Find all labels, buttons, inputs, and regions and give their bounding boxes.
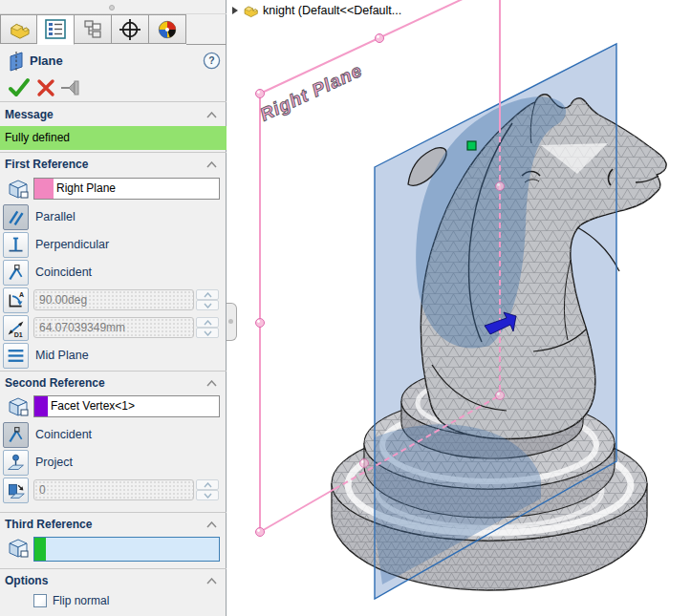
- distance-spinner: [196, 317, 219, 338]
- second-reference-section-header[interactable]: Second Reference: [0, 373, 227, 394]
- collapse-chevron-icon: [206, 161, 217, 168]
- svg-text:A: A: [19, 291, 24, 298]
- separator: [0, 512, 227, 513]
- feature-tree-flyout-item[interactable]: knight (Default<<Default...: [232, 2, 401, 19]
- angle-spin-down-button[interactable]: [196, 300, 219, 310]
- mid-plane-icon: [6, 346, 26, 366]
- cancel-button[interactable]: [36, 78, 55, 97]
- tab-dimxpertmanager[interactable]: [112, 14, 149, 44]
- tab-featuremanager[interactable]: [0, 14, 37, 44]
- first-reference-selection-row: Right Plane: [0, 178, 227, 201]
- offset-icon-button[interactable]: [3, 478, 29, 503]
- coincident-label: Coincident: [35, 266, 92, 279]
- first-reference-section-header[interactable]: First Reference: [0, 155, 227, 176]
- parallel-icon: [6, 207, 26, 227]
- second-reference-selection-box[interactable]: Facet Vertex<1>: [33, 395, 220, 417]
- collapse-chevron-icon: [206, 112, 217, 118]
- svg-text:D1: D1: [14, 331, 23, 338]
- first-reference-selection-box[interactable]: Right Plane: [33, 178, 220, 200]
- first-reference-header-label: First Reference: [5, 158, 88, 171]
- offset-spin-up-button[interactable]: [196, 479, 219, 490]
- collapse-chevron-icon: [206, 578, 217, 584]
- third-reference-section-header[interactable]: Third Reference: [0, 515, 227, 536]
- flip-normal-checkbox[interactable]: [33, 594, 47, 607]
- options-section-header[interactable]: Options: [0, 571, 227, 592]
- coincident-button[interactable]: [3, 260, 29, 286]
- coincident2-button[interactable]: [3, 422, 29, 448]
- perpendicular-label: Perpendicular: [35, 238, 109, 251]
- tab-propertymanager[interactable]: [37, 14, 75, 45]
- message-section-header[interactable]: Message: [0, 105, 227, 126]
- third-reference-header-label: Third Reference: [5, 518, 92, 531]
- separator: [0, 371, 227, 372]
- chevron-down-icon: [204, 330, 212, 336]
- separator: [0, 568, 227, 569]
- reference-face-icon: [6, 178, 32, 201]
- part-icon: [8, 19, 31, 40]
- project-icon: [6, 453, 26, 473]
- coincident-icon: [6, 425, 26, 445]
- dimxpert-target-icon: [119, 19, 141, 40]
- expand-arrow-icon[interactable]: [232, 7, 238, 14]
- angle-input[interactable]: [33, 289, 194, 310]
- third-reference-selection-row: [0, 537, 227, 562]
- project-option-row: Project: [0, 450, 227, 476]
- parallel-button[interactable]: [3, 204, 29, 230]
- panel-grip-handle[interactable]: [109, 5, 115, 11]
- reference-face-icon: [6, 395, 32, 418]
- offset-input[interactable]: [33, 479, 194, 500]
- third-reference-selection-box[interactable]: [33, 537, 220, 562]
- offset-spin-down-button[interactable]: [196, 490, 219, 500]
- property-manager-panel: Plane ? Message: [0, 0, 227, 616]
- angle-row: A: [0, 287, 227, 313]
- panel-splitter-handle[interactable]: [227, 303, 237, 341]
- coincident-icon: [6, 263, 26, 283]
- pin-button[interactable]: [60, 80, 83, 96]
- plane-handle[interactable]: [496, 182, 505, 191]
- angle-spin-up-button[interactable]: [196, 289, 219, 300]
- plane-handle[interactable]: [256, 90, 265, 98]
- distance-value-icon-button[interactable]: D1: [3, 315, 29, 341]
- graphics-area[interactable]: Right Plane: [227, 0, 691, 616]
- second-reference-selection-row: Facet Vertex<1>: [0, 395, 227, 418]
- plane-handle[interactable]: [360, 459, 369, 468]
- facet-vertex-marker[interactable]: [467, 141, 476, 150]
- selection-color-swatch: [34, 538, 46, 561]
- reference-face-icon: [6, 537, 32, 560]
- perpendicular-button[interactable]: [3, 232, 29, 258]
- plane-handle[interactable]: [256, 528, 265, 537]
- mid-plane-label: Mid Plane: [35, 349, 89, 362]
- distance-input[interactable]: [33, 317, 194, 338]
- distance-spin-up-button[interactable]: [196, 317, 219, 328]
- project-label: Project: [35, 456, 73, 469]
- right-plane-bottom-edge-visible[interactable]: [260, 489, 335, 532]
- tab-configurationmanager[interactable]: [75, 14, 112, 44]
- plane-feature-icon: [8, 52, 25, 72]
- mid-plane-button[interactable]: [3, 343, 29, 369]
- chevron-down-icon: [204, 303, 212, 308]
- collapse-chevron-icon: [206, 521, 217, 528]
- property-manager-icon: [44, 19, 67, 40]
- pm-title: Plane: [30, 53, 63, 68]
- graphics-viewport[interactable]: Right Plane knight (Default<<Default...: [227, 0, 691, 616]
- second-reference-selection-text: Facet Vertex<1>: [48, 396, 135, 416]
- ok-button[interactable]: [8, 77, 31, 98]
- second-reference-header-label: Second Reference: [5, 376, 105, 390]
- parallel-label: Parallel: [35, 210, 76, 223]
- display-sphere-icon: [156, 19, 179, 40]
- separator: [0, 152, 227, 153]
- selection-color-swatch: [34, 179, 54, 199]
- offset-plane-icon: [6, 480, 26, 500]
- plane-handle[interactable]: [496, 392, 505, 400]
- angle-value-icon-button[interactable]: A: [3, 287, 29, 313]
- distance-spin-down-button[interactable]: [196, 328, 219, 338]
- plane-handle[interactable]: [376, 34, 384, 43]
- project-button[interactable]: [3, 450, 29, 476]
- coincident2-label: Coincident: [35, 428, 92, 441]
- plane-handle[interactable]: [256, 319, 265, 328]
- selection-color-swatch: [34, 396, 48, 416]
- chevron-down-icon: [204, 493, 212, 499]
- help-question-glyph: ?: [208, 55, 214, 66]
- tab-displaymanager[interactable]: [149, 14, 186, 44]
- help-button[interactable]: ?: [203, 52, 221, 70]
